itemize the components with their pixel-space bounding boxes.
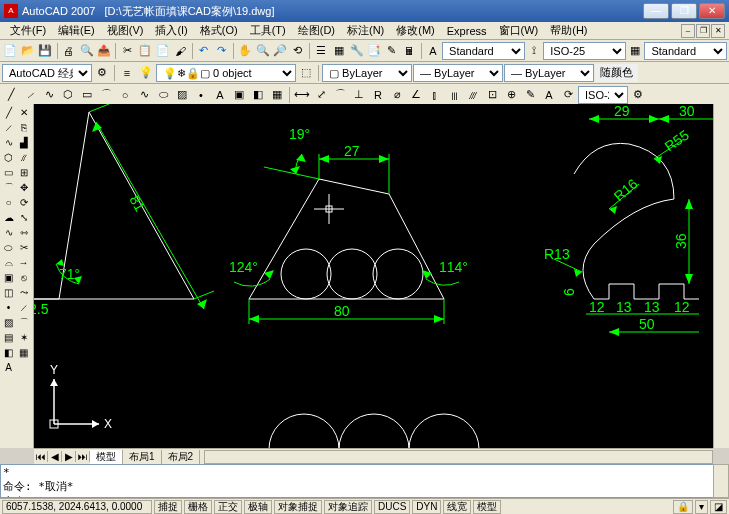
tablestyle-icon[interactable]: ▦	[627, 42, 644, 60]
text-icon[interactable]: A	[211, 86, 229, 104]
tab-model[interactable]: 模型	[90, 450, 123, 464]
layer-props-icon[interactable]: ≡	[118, 64, 136, 82]
calc-icon[interactable]: 🖩	[401, 42, 418, 60]
menu-modify[interactable]: 修改(M)	[390, 23, 441, 38]
zoom-rt-icon[interactable]: 🔍	[254, 42, 271, 60]
tab-layout1[interactable]: 布局1	[123, 450, 162, 464]
polar-toggle[interactable]: 极轴	[244, 500, 272, 514]
block-icon[interactable]: ▣	[230, 86, 248, 104]
layer-combo[interactable]: 💡❄🔒▢ 0 object	[156, 64, 296, 82]
dc-icon[interactable]: ▦	[331, 42, 348, 60]
tab-prev-icon[interactable]: ◀	[48, 451, 62, 462]
pal-array-icon[interactable]: ⊞	[16, 165, 31, 180]
dimstyle-icon[interactable]: ⟟	[526, 42, 543, 60]
dim-aligned-icon[interactable]: ⤢	[312, 86, 330, 104]
pal-scale-icon[interactable]: ⤡	[16, 210, 31, 225]
status-tray-icon[interactable]: ▾	[695, 500, 708, 514]
region-icon[interactable]: ◧	[249, 86, 267, 104]
props-icon[interactable]: ☰	[313, 42, 330, 60]
pal-chamfer-icon[interactable]: ⟋	[16, 300, 31, 315]
bycolor-button[interactable]: 随颜色	[595, 64, 638, 82]
textstyle-combo[interactable]: Standard	[442, 42, 525, 60]
pal-revcloud-icon[interactable]: ☁	[1, 210, 16, 225]
snap-toggle[interactable]: 捕捉	[154, 500, 182, 514]
spline-icon[interactable]: ∿	[135, 86, 153, 104]
line-icon[interactable]: ╱	[2, 86, 20, 104]
menu-view[interactable]: 视图(V)	[101, 23, 150, 38]
status-clean-icon[interactable]: ◪	[710, 500, 727, 514]
pal-break-icon[interactable]: ⎋	[16, 270, 31, 285]
pal-extend-icon[interactable]: →	[16, 255, 31, 270]
dim-style-combo[interactable]: ISO-25	[578, 86, 628, 104]
dim-arc-icon[interactable]: ⌒	[331, 86, 349, 104]
layer-bulb-icon[interactable]: 💡	[137, 64, 155, 82]
pal-mtext-icon[interactable]: A	[1, 360, 16, 375]
pal-stretch-icon[interactable]: ⇿	[16, 225, 31, 240]
pal-point-icon[interactable]: •	[1, 300, 16, 315]
save-icon[interactable]: 💾	[37, 42, 54, 60]
menu-help[interactable]: 帮助(H)	[544, 23, 593, 38]
pal-explode-icon[interactable]: ✶	[16, 330, 31, 345]
pal-move-icon[interactable]: ✥	[16, 180, 31, 195]
linetype-combo[interactable]: — ByLayer	[413, 64, 503, 82]
dim-edit-icon[interactable]: ✎	[521, 86, 539, 104]
pal-spline-icon[interactable]: ∿	[1, 225, 16, 240]
dim-linear-icon[interactable]: ⟷	[293, 86, 311, 104]
otrack-toggle[interactable]: 对象追踪	[324, 500, 372, 514]
maximize-button[interactable]: ❐	[671, 3, 697, 19]
dim-dia-icon[interactable]: ⌀	[388, 86, 406, 104]
pal-polygon-icon[interactable]: ⬡	[1, 150, 16, 165]
pal-circle-icon[interactable]: ○	[1, 195, 16, 210]
tab-layout2[interactable]: 布局2	[162, 450, 201, 464]
tab-next-icon[interactable]: ▶	[62, 451, 76, 462]
horizontal-scrollbar[interactable]	[204, 450, 713, 464]
pal-rotate-icon[interactable]: ⟳	[16, 195, 31, 210]
open-icon[interactable]: 📂	[20, 42, 37, 60]
dim-center-icon[interactable]: ⊕	[502, 86, 520, 104]
zoom-win-icon[interactable]: 🔎	[272, 42, 289, 60]
pal-join-icon[interactable]: ⤳	[16, 285, 31, 300]
rect-icon[interactable]: ▭	[78, 86, 96, 104]
cmd-scrollbar[interactable]	[713, 464, 729, 498]
pal-offset-icon[interactable]: ⫽	[16, 150, 31, 165]
tab-last-icon[interactable]: ⏭	[76, 451, 90, 462]
grid-toggle[interactable]: 栅格	[184, 500, 212, 514]
publish-icon[interactable]: 📤	[96, 42, 113, 60]
pal-erase-icon[interactable]: ✕	[16, 105, 31, 120]
print-icon[interactable]: 🖨	[61, 42, 78, 60]
tab-first-icon[interactable]: ⏮	[34, 451, 48, 462]
ducs-toggle[interactable]: DUCS	[374, 500, 410, 514]
lineweight-combo[interactable]: — ByLayer	[504, 64, 594, 82]
viewport[interactable]: 2.5 71° 81 80 27 19° 124°	[34, 104, 713, 448]
table-icon[interactable]: ▦	[268, 86, 286, 104]
pal-fillet-icon[interactable]: ⌒	[16, 315, 31, 330]
vertical-scrollbar[interactable]	[713, 104, 729, 448]
zoom-prev-icon[interactable]: ⟲	[290, 42, 307, 60]
pal-mirror-icon[interactable]: ▟	[16, 135, 31, 150]
copy-icon[interactable]: 📋	[137, 42, 154, 60]
pline-icon[interactable]: ∿	[40, 86, 58, 104]
menu-window[interactable]: 窗口(W)	[493, 23, 545, 38]
pal-insert-icon[interactable]: ▣	[1, 270, 16, 285]
tool-icon[interactable]: 🔧	[348, 42, 365, 60]
menu-edit[interactable]: 编辑(E)	[52, 23, 101, 38]
dim-override-icon[interactable]: ⚙	[629, 86, 647, 104]
menu-format[interactable]: 格式(O)	[194, 23, 244, 38]
menu-express[interactable]: Express	[441, 25, 493, 37]
dim-angle-icon[interactable]: ∠	[407, 86, 425, 104]
ssm-icon[interactable]: 📑	[366, 42, 383, 60]
paste-icon[interactable]: 📄	[155, 42, 172, 60]
pal-xline-icon[interactable]: ⟋	[1, 120, 16, 135]
new-icon[interactable]: 📄	[2, 42, 19, 60]
polygon-icon[interactable]: ⬡	[59, 86, 77, 104]
dim-base-icon[interactable]: ⫼	[445, 86, 463, 104]
markup-icon[interactable]: ✎	[383, 42, 400, 60]
lwt-toggle[interactable]: 线宽	[443, 500, 471, 514]
ortho-toggle[interactable]: 正交	[214, 500, 242, 514]
ws-gear-icon[interactable]: ⚙	[93, 64, 111, 82]
dim-cont-icon[interactable]: ⫻	[464, 86, 482, 104]
dyn-toggle[interactable]: DYN	[412, 500, 441, 514]
undo-icon[interactable]: ↶	[196, 42, 213, 60]
minimize-button[interactable]: —	[643, 3, 669, 19]
menu-dimension[interactable]: 标注(N)	[341, 23, 390, 38]
